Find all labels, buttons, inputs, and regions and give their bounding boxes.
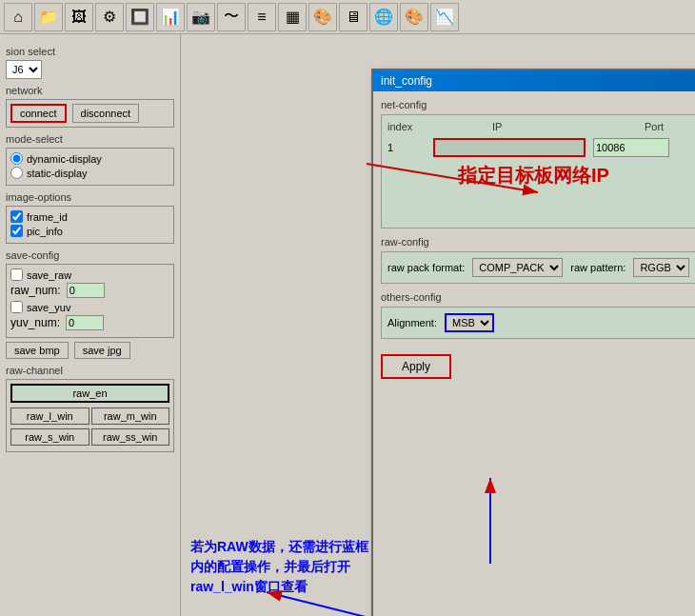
raw-config-label: raw-config (381, 236, 695, 248)
ip-col-header: IP (435, 121, 645, 132)
version-select-row: J6 J5 J3 (6, 60, 174, 79)
alignment-row: Alignment: MSB LSB (387, 313, 695, 332)
raw-num-input[interactable] (67, 283, 105, 298)
disconnect-button[interactable]: disconnect (72, 104, 140, 123)
image-options-group: frame_id pic_info (6, 206, 174, 244)
toolbar-stats-btn[interactable]: 📉 (430, 3, 459, 31)
net-config-row-1: 1 (387, 138, 695, 157)
toolbar-settings-btn[interactable]: ⚙ (95, 3, 124, 31)
annotation-line2: 内的配置操作，并最后打开 (190, 557, 368, 577)
raw-pack-format-label: raw pack format: (387, 262, 465, 273)
toolbar-display-btn[interactable]: 🖥 (339, 3, 367, 31)
toolbar-image-btn[interactable]: 🖼 (65, 3, 93, 31)
dynamic-display-radio[interactable] (10, 152, 23, 165)
index-col-header: index (387, 121, 435, 132)
toolbar-cpu-btn[interactable]: 🔲 (126, 3, 154, 31)
toolbar-chart-btn[interactable]: 📊 (156, 3, 185, 31)
raw-pack-format-select[interactable]: COMP_PACK RAW_PACK (472, 258, 563, 277)
others-config-label: others-config (381, 291, 695, 303)
apply-button[interactable]: Apply (381, 354, 451, 379)
raw-l-win-button[interactable]: raw_l_win (10, 407, 89, 425)
raw-channel-label: raw-channel (6, 365, 174, 376)
yuv-num-input[interactable] (66, 315, 104, 330)
dynamic-display-label: dynamic-display (27, 153, 102, 165)
raw-ss-win-button[interactable]: raw_ss_win (91, 428, 170, 446)
frame-id-checkbox[interactable] (10, 210, 23, 223)
mode-group: dynamic-display static-display (6, 148, 174, 186)
static-display-radio-row: static-display (10, 167, 169, 179)
alignment-label: Alignment: (387, 317, 437, 328)
raw-s-win-button[interactable]: raw_s_win (10, 428, 89, 446)
port-input[interactable] (593, 138, 669, 157)
dialog-window: init_config × net-config index IP Port 1 (371, 69, 695, 616)
toolbar-grid-btn[interactable]: ▦ (278, 3, 307, 31)
toolbar-folder-btn[interactable]: 📁 (34, 3, 63, 31)
dialog-body: net-config index IP Port 1 (373, 91, 695, 387)
pic-info-row: pic_info (10, 225, 169, 237)
toolbar-eq-btn[interactable]: ≡ (248, 3, 276, 31)
yuv-num-label: yuv_num: (10, 316, 60, 329)
net-config-area: index IP Port 1 Add Remove (381, 114, 695, 229)
net-config-label: net-config (381, 99, 695, 110)
toolbar-camera-btn[interactable]: 📷 (187, 3, 215, 31)
ip-input[interactable] (433, 138, 586, 157)
raw-config-area: raw pack format: COMP_PACK RAW_PACK raw … (381, 251, 695, 284)
content-area: init_config × net-config index IP Port 1 (181, 34, 695, 616)
image-options-label: image-options (6, 191, 174, 203)
toolbar-home-btn[interactable]: ⌂ (4, 3, 32, 31)
version-label: sion select (6, 46, 174, 57)
sidebar: sion select J6 J5 J3 network connect dis… (0, 34, 181, 616)
pic-info-label: pic_info (27, 226, 63, 237)
network-section-label: network (6, 85, 174, 96)
bottom-annotation: 若为RAW数据，还需进行蓝框 内的配置操作，并最后打开 raw_l_win窗口查… (190, 537, 368, 597)
dialog-titlebar: init_config × (373, 70, 695, 91)
static-display-radio[interactable] (10, 167, 23, 179)
save-raw-label: save_raw (27, 269, 71, 281)
toolbar-palette-btn[interactable]: 🎨 (308, 3, 337, 31)
raw-pack-format-row: raw pack format: COMP_PACK RAW_PACK raw … (387, 258, 695, 277)
save-config-group: save_raw raw_num: save_yuv yuv_num: (6, 264, 174, 338)
toolbar-color-btn[interactable]: 🎨 (400, 3, 428, 31)
save-yuv-checkbox[interactable] (10, 301, 23, 313)
raw-channel-grid: raw_l_win raw_m_win raw_s_win raw_ss_win (10, 407, 169, 447)
raw-num-label: raw_num: (10, 284, 61, 297)
frame-id-row: frame_id (10, 210, 169, 223)
save-jpg-button[interactable]: save jpg (74, 342, 130, 359)
yuv-num-row: yuv_num: (10, 315, 169, 330)
save-raw-checkbox[interactable] (10, 268, 23, 281)
annotation-line3: raw_l_win窗口查看 (190, 577, 368, 597)
version-select[interactable]: J6 J5 J3 (6, 60, 42, 79)
raw-channel-group: raw_en raw_l_win raw_m_win raw_s_win raw… (6, 379, 174, 452)
row-index: 1 (387, 142, 426, 153)
net-config-header: index IP Port (387, 121, 695, 132)
raw-en-button[interactable]: raw_en (10, 384, 169, 403)
connect-button[interactable]: connect (10, 104, 67, 123)
mode-section-label: mode-select (6, 133, 174, 145)
dynamic-display-radio-row: dynamic-display (10, 152, 169, 165)
static-display-label: static-display (27, 168, 88, 179)
save-yuv-row: save_yuv (10, 301, 169, 313)
save-config-label: save-config (6, 249, 174, 261)
dialog-title: init_config (381, 74, 432, 88)
save-buttons-row: save bmp save jpg (6, 342, 174, 359)
others-config-area: Alignment: MSB LSB (381, 307, 695, 339)
raw-m-win-button[interactable]: raw_m_win (91, 407, 170, 425)
save-raw-row: save_raw (10, 268, 169, 281)
frame-id-label: frame_id (27, 211, 68, 223)
toolbar-network-btn[interactable]: 🌐 (369, 3, 398, 31)
port-col-header: Port (645, 121, 695, 132)
pic-info-checkbox[interactable] (10, 225, 23, 237)
main-layout: sion select J6 J5 J3 network connect dis… (0, 34, 695, 616)
ip-annotation: 指定目标板网络IP (458, 163, 609, 189)
save-yuv-label: save_yuv (27, 302, 70, 313)
annotation-line1: 若为RAW数据，还需进行蓝框 (190, 537, 368, 557)
raw-pattern-select[interactable]: RGGB BGGR GRBG GBRG (633, 258, 689, 277)
save-bmp-button[interactable]: save bmp (6, 342, 69, 359)
raw-pattern-label: raw pattern: (570, 262, 626, 273)
alignment-select[interactable]: MSB LSB (445, 313, 494, 332)
toolbar-waveform-btn[interactable]: 〜 (217, 3, 246, 31)
network-group: connect disconnect (6, 99, 174, 128)
toolbar: ⌂ 📁 🖼 ⚙ 🔲 📊 📷 〜 ≡ ▦ 🎨 🖥 🌐 🎨 📉 (0, 0, 695, 34)
raw-num-row: raw_num: (10, 283, 169, 298)
